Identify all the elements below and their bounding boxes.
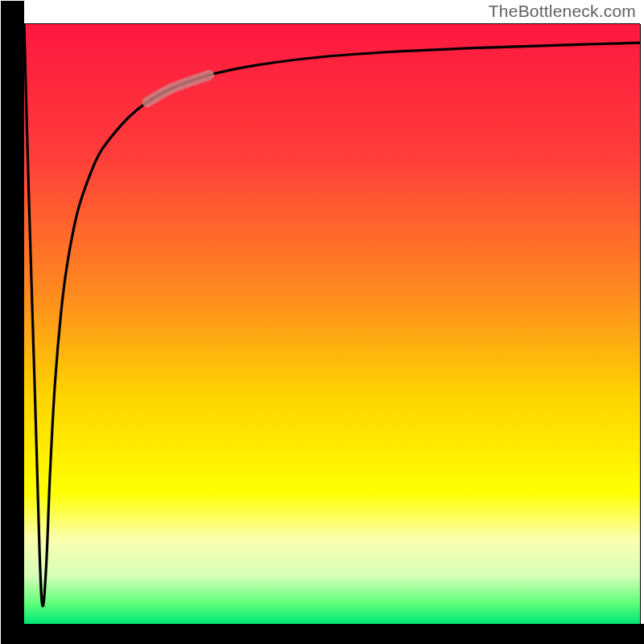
frame-left <box>1 1 24 644</box>
frame-top <box>24 23 640 24</box>
frame-bottom <box>1 624 644 644</box>
plot-background <box>24 24 640 624</box>
chart-container: { "attribution": "TheBottleneck.com", "c… <box>0 0 644 644</box>
frame-right <box>640 24 641 624</box>
bottleneck-chart <box>0 0 644 644</box>
